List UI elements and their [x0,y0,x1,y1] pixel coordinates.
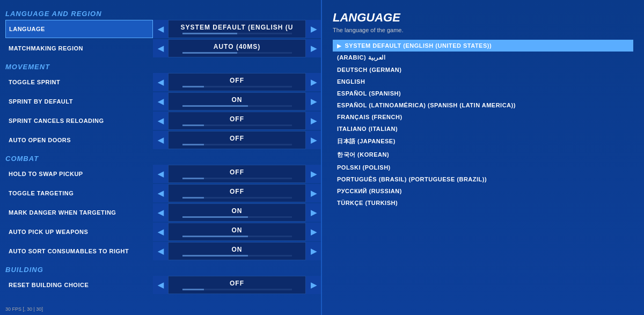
control-group-auto-pick-up-weapons: ◀ON▶ [153,223,321,241]
right-language-panel: LANGUAGE The language of the game. SYSTE… [322,0,644,315]
lang-item-korean[interactable]: 한국어 (KOREAN) [333,148,633,162]
value-bar-track-reset-building-choice [182,289,292,290]
section-title-combat: COMBAT [5,150,321,165]
arrow-left-sprint-by-default[interactable]: ◀ [153,92,168,111]
lang-item-system-default[interactable]: SYSTEM DEFAULT (ENGLISH (UNITED STATES)) [333,40,633,52]
arrow-left-toggle-targeting[interactable]: ◀ [153,184,168,202]
value-box-language: SYSTEM DEFAULT (ENGLISH (U [168,20,306,38]
arrow-right-sprint-by-default[interactable]: ▶ [306,92,321,111]
setting-row-auto-open-doors: AUTO OPEN DOORS◀OFF▶ [5,131,321,149]
lang-item-turkce[interactable]: TÜRKÇE (TURKISH) [333,197,633,209]
arrow-left-toggle-sprint[interactable]: ◀ [153,73,168,91]
value-bar-track-auto-pick-up-weapons [182,236,292,237]
arrow-right-sprint-cancels-reloading[interactable]: ▶ [306,112,321,130]
value-bar-fill-auto-sort-consumables [182,255,248,257]
setting-label-matchmaking-region: MATCHMAKING REGION [5,39,153,57]
value-box-auto-open-doors: OFF [168,131,306,149]
lang-item-espanol-latin[interactable]: ESPAÑOL (LATINOAMÉRICA) (SPANISH (LATIN … [333,99,633,111]
value-bar-fill-sprint-cancels-reloading [182,124,204,126]
value-text-toggle-targeting: OFF [230,188,244,195]
value-bar-track-sprint-by-default [182,105,292,107]
arrow-right-language[interactable]: ▶ [306,20,321,38]
setting-label-auto-open-doors: AUTO OPEN DOORS [5,131,153,149]
setting-label-toggle-sprint: TOGGLE SPRINT [5,73,153,91]
language-list: SYSTEM DEFAULT (ENGLISH (UNITED STATES))… [333,40,633,209]
arrow-left-auto-open-doors[interactable]: ◀ [153,131,168,149]
lang-item-italiano[interactable]: ITALIANO (ITALIAN) [333,123,633,135]
control-group-toggle-targeting: ◀OFF▶ [153,184,321,202]
value-bar-track-toggle-sprint [182,86,292,87]
setting-row-toggle-targeting: TOGGLE TARGETING◀OFF▶ [5,184,321,202]
lang-item-espanol[interactable]: ESPAÑOL (SPANISH) [333,87,633,99]
setting-row-toggle-sprint: TOGGLE SPRINT◀OFF▶ [5,73,321,91]
section-title-building: BUILDING [5,261,321,276]
arrow-left-mark-danger-when-targeting[interactable]: ◀ [153,203,168,222]
value-bar-track-auto-sort-consumables [182,255,292,257]
arrow-left-sprint-cancels-reloading[interactable]: ◀ [153,112,168,130]
control-group-matchmaking-region: ◀AUTO (40MS)▶ [153,39,321,57]
value-text-auto-open-doors: OFF [230,135,244,142]
setting-row-auto-pick-up-weapons: AUTO PICK UP WEAPONS◀ON▶ [5,223,321,241]
setting-label-sprint-by-default: SPRINT BY DEFAULT [5,92,153,111]
value-text-sprint-cancels-reloading: OFF [230,115,244,123]
arrow-right-toggle-sprint[interactable]: ▶ [306,73,321,91]
value-bar-fill-matchmaking-region [182,52,237,54]
lang-item-japanese[interactable]: 日本語 (JAPANESE) [333,135,633,148]
control-group-mark-danger-when-targeting: ◀ON▶ [153,203,321,222]
control-group-sprint-cancels-reloading: ◀OFF▶ [153,112,321,130]
value-bar-fill-mark-danger-when-targeting [182,216,248,218]
value-box-auto-sort-consumables: ON [168,242,306,260]
language-panel-subtitle: The language of the game. [333,27,633,33]
value-box-reset-building-choice: OFF [168,276,306,294]
value-bar-track-mark-danger-when-targeting [182,216,292,218]
arrow-left-language[interactable]: ◀ [153,20,168,38]
value-text-language: SYSTEM DEFAULT (ENGLISH (U [181,24,294,31]
control-group-sprint-by-default: ◀ON▶ [153,92,321,111]
value-text-sprint-by-default: ON [232,96,243,104]
lang-item-russian[interactable]: РУССКИЙ (RUSSIAN) [333,185,633,197]
setting-label-reset-building-choice: RESET BUILDING CHOICE [5,276,153,294]
lang-item-english[interactable]: ENGLISH [333,76,633,87]
arrow-right-reset-building-choice[interactable]: ▶ [306,276,321,294]
arrow-left-matchmaking-region[interactable]: ◀ [153,39,168,57]
lang-item-arabic[interactable]: (ARABIC) العربية [333,52,633,64]
value-bar-fill-sprint-by-default [182,105,248,107]
control-group-auto-open-doors: ◀OFF▶ [153,131,321,149]
control-group-hold-to-swap-pickup: ◀OFF▶ [153,165,321,183]
value-bar-fill-reset-building-choice [182,289,204,290]
arrow-right-auto-sort-consumables[interactable]: ▶ [306,242,321,260]
arrow-right-auto-open-doors[interactable]: ▶ [306,131,321,149]
setting-row-hold-to-swap-pickup: HOLD TO SWAP PICKUP◀OFF▶ [5,165,321,183]
arrow-right-auto-pick-up-weapons[interactable]: ▶ [306,223,321,241]
arrow-left-auto-sort-consumables[interactable]: ◀ [153,242,168,260]
value-text-reset-building-choice: OFF [230,280,244,287]
value-text-auto-sort-consumables: ON [232,246,243,253]
value-bar-fill-toggle-sprint [182,86,204,87]
setting-row-reset-building-choice: RESET BUILDING CHOICE◀OFF▶ [5,276,321,294]
lang-item-deutsch[interactable]: DEUTSCH (GERMAN) [333,64,633,76]
lang-item-portugues[interactable]: PORTUGUÊS (BRASIL) (PORTUGUESE (BRAZIL)) [333,173,633,185]
control-group-auto-sort-consumables: ◀ON▶ [153,242,321,260]
arrow-right-hold-to-swap-pickup[interactable]: ▶ [306,165,321,183]
setting-label-mark-danger-when-targeting: MARK DANGER WHEN TARGETING [5,203,153,222]
arrow-left-auto-pick-up-weapons[interactable]: ◀ [153,223,168,241]
value-box-auto-pick-up-weapons: ON [168,223,306,241]
lang-item-polski[interactable]: POLSKI (POLISH) [333,162,633,173]
value-box-toggle-targeting: OFF [168,184,306,202]
value-text-mark-danger-when-targeting: ON [232,207,243,215]
value-bar-fill-language [182,33,237,34]
control-group-toggle-sprint: ◀OFF▶ [153,73,321,91]
lang-item-francais[interactable]: FRANÇAIS (FRENCH) [333,111,633,123]
value-bar-fill-toggle-targeting [182,197,204,199]
setting-row-sprint-by-default: SPRINT BY DEFAULT◀ON▶ [5,92,321,111]
arrow-left-hold-to-swap-pickup[interactable]: ◀ [153,165,168,183]
arrow-left-reset-building-choice[interactable]: ◀ [153,276,168,294]
value-bar-track-language [182,33,292,34]
language-panel-title: LANGUAGE [333,11,633,25]
arrow-right-matchmaking-region[interactable]: ▶ [306,39,321,57]
arrow-right-toggle-targeting[interactable]: ▶ [306,184,321,202]
setting-label-hold-to-swap-pickup: HOLD TO SWAP PICKUP [5,165,153,183]
value-box-hold-to-swap-pickup: OFF [168,165,306,183]
value-bar-fill-auto-pick-up-weapons [182,236,248,237]
arrow-right-mark-danger-when-targeting[interactable]: ▶ [306,203,321,222]
